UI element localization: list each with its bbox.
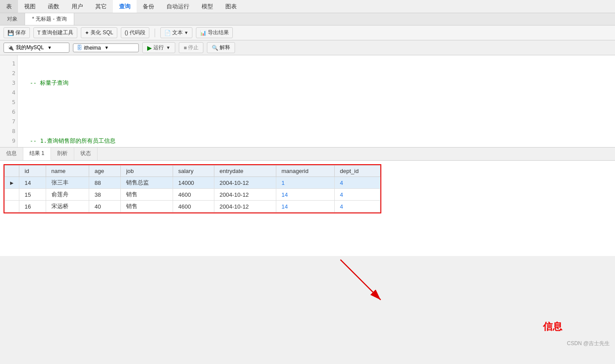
cell-salary: 4600 (173, 189, 214, 201)
cell-job: 销售总监 (121, 177, 173, 189)
toolbar-separator (155, 29, 155, 37)
watermark: CSDN @吉士先生 (567, 340, 610, 347)
table-row[interactable]: 16宋远桥40销售46002004-10-12144 (5, 201, 380, 213)
table-row[interactable]: 15俞莲舟38销售46002004-10-12144 (5, 189, 380, 201)
code-snippets-button[interactable]: () 代码段 (121, 27, 149, 38)
menu-item-query[interactable]: 查询 (113, 0, 137, 13)
cell-id: 15 (19, 189, 46, 201)
schema-dropdown-arrow: ▼ (105, 45, 109, 50)
row-arrow (5, 201, 19, 213)
menu-item-backup[interactable]: 备份 (137, 0, 160, 13)
tab-bar: 对象 * 无标题 - 查询 (0, 13, 615, 25)
explain-button[interactable]: 🔍 解释 (207, 42, 235, 53)
col-header-entrydate[interactable]: entrydate (214, 166, 276, 177)
result-tab-profile[interactable]: 剖析 (51, 148, 74, 160)
line-numbers: 1 2 3 4 5 6 7 8 9 10 (0, 55, 18, 147)
run-dropdown-arrow: ▼ (166, 45, 170, 50)
annotation-arrow (0, 256, 615, 351)
col-header-managerid[interactable]: managerid (276, 166, 334, 177)
stop-button[interactable]: ■ 停止 (179, 42, 203, 53)
code-editor-area[interactable]: 1 2 3 4 5 6 7 8 9 10 -- 标量子查询 -- 1.查询销售部… (0, 55, 615, 148)
menu-item-function[interactable]: 函数 (42, 0, 65, 13)
cell-managerid: 14 (276, 189, 334, 201)
editor-section: 1 2 3 4 5 6 7 8 9 10 -- 标量子查询 -- 1.查询销售部… (0, 55, 615, 148)
result-area: id name age job salary entrydate manager… (0, 161, 615, 256)
code-content[interactable]: -- 标量子查询 -- 1.查询销售部的所有员工信息 -- 1.1先查找销售部的… (18, 55, 615, 147)
result-table-container: id name age job salary entrydate manager… (4, 164, 381, 213)
result-tab-info[interactable]: 信息 (0, 148, 23, 160)
cell-job: 销售 (121, 201, 173, 213)
col-header-id[interactable]: id (19, 166, 46, 177)
cell-managerid: 1 (276, 177, 334, 189)
col-header-name[interactable]: name (46, 166, 89, 177)
result-tab-status[interactable]: 状态 (74, 148, 98, 160)
cell-name: 俞莲舟 (46, 189, 89, 201)
cell-dept_id: 4 (334, 201, 380, 213)
col-header-deptid[interactable]: dept_id (334, 166, 380, 177)
cell-job: 销售 (121, 189, 173, 201)
menu-item-chart[interactable]: 图表 (219, 0, 243, 13)
menu-item-table[interactable]: 表 (0, 0, 18, 13)
result-tabs: 信息 结果 1 剖析 状态 (0, 148, 615, 161)
svg-line-1 (340, 259, 381, 300)
menu-item-user[interactable]: 用户 (65, 0, 89, 13)
explain-icon: 🔍 (212, 45, 218, 51)
row-arrow: ▶ (5, 177, 19, 189)
cell-dept_id: 4 (334, 177, 380, 189)
cell-age: 88 (89, 177, 121, 189)
cell-entrydate: 2004-10-12 (214, 201, 276, 213)
col-header-age[interactable]: age (89, 166, 121, 177)
cell-entrydate: 2004-10-12 (214, 189, 276, 201)
col-header-salary[interactable]: salary (173, 166, 214, 177)
schema-selector[interactable]: 🗄 itheima ▼ (73, 43, 139, 52)
toolbar: 💾 保存 T 查询创建工具 ✦ 美化 SQL () 代码段 📄 文本 ▼ 📊 导… (0, 25, 615, 40)
beautify-icon: ✦ (85, 30, 89, 36)
menu-item-view[interactable]: 视图 (18, 0, 42, 13)
export-icon: 📊 (200, 30, 206, 36)
save-icon: 💾 (7, 30, 14, 36)
stop-icon: ■ (184, 45, 187, 51)
dropdown-arrow-icon: ▼ (184, 30, 188, 35)
query-builder-button[interactable]: T 查询创建工具 (33, 27, 77, 38)
cell-salary: 14000 (173, 177, 214, 189)
run-button[interactable]: ▶ 运行 ▼ (142, 42, 175, 53)
cell-name: 宋远桥 (46, 201, 89, 213)
menu-item-autorun[interactable]: 自动运行 (160, 0, 195, 13)
play-icon: ▶ (147, 44, 152, 51)
cell-age: 40 (89, 201, 121, 213)
save-button[interactable]: 💾 保存 (4, 27, 30, 38)
cell-name: 张三丰 (46, 177, 89, 189)
cell-managerid: 14 (276, 201, 334, 213)
row-arrow (5, 189, 19, 201)
cell-entrydate: 2004-10-12 (214, 177, 276, 189)
menu-item-model[interactable]: 模型 (195, 0, 219, 13)
schema-icon: 🗄 (77, 45, 82, 51)
text-button[interactable]: 📄 文本 ▼ (160, 27, 192, 38)
text-icon: 📄 (164, 30, 171, 36)
cell-age: 38 (89, 189, 121, 201)
connection-bar: 🔌 我的MySQL ▼ 🗄 itheima ▼ ▶ 运行 ▼ ■ 停止 🔍 解释 (0, 40, 615, 55)
data-table: id name age job salary entrydate manager… (4, 165, 380, 213)
export-button[interactable]: 📊 导出结果 (196, 27, 233, 38)
db-icon: 🔌 (7, 45, 14, 51)
beautify-sql-button[interactable]: ✦ 美化 SQL (81, 27, 117, 38)
menu-item-other[interactable]: 其它 (89, 0, 113, 13)
table-row[interactable]: ▶14张三丰88销售总监140002004-10-1214 (5, 177, 380, 189)
bottom-area: 信息 CSDN @吉士先生 (0, 256, 615, 351)
query-builder-icon: T (37, 30, 40, 36)
main-content: 表 视图 函数 用户 其它 查询 备份 自动运行 模型 图表 对象 * 无标题 … (0, 0, 615, 351)
result-tab-result1[interactable]: 结果 1 (23, 148, 51, 160)
db-selector[interactable]: 🔌 我的MySQL ▼ (4, 43, 69, 53)
cell-dept_id: 4 (334, 189, 380, 201)
tab-objects[interactable]: 对象 (0, 13, 25, 25)
cell-id: 16 (19, 201, 46, 213)
tab-query[interactable]: * 无标题 - 查询 (25, 13, 74, 25)
cell-id: 14 (19, 177, 46, 189)
col-header-job[interactable]: job (121, 166, 173, 177)
menu-bar: 表 视图 函数 用户 其它 查询 备份 自动运行 模型 图表 (0, 0, 615, 13)
cell-salary: 4600 (173, 201, 214, 213)
col-header-indicator (5, 166, 19, 177)
info-annotation-label: 信息 (543, 320, 562, 333)
db-dropdown-arrow: ▼ (47, 45, 52, 50)
